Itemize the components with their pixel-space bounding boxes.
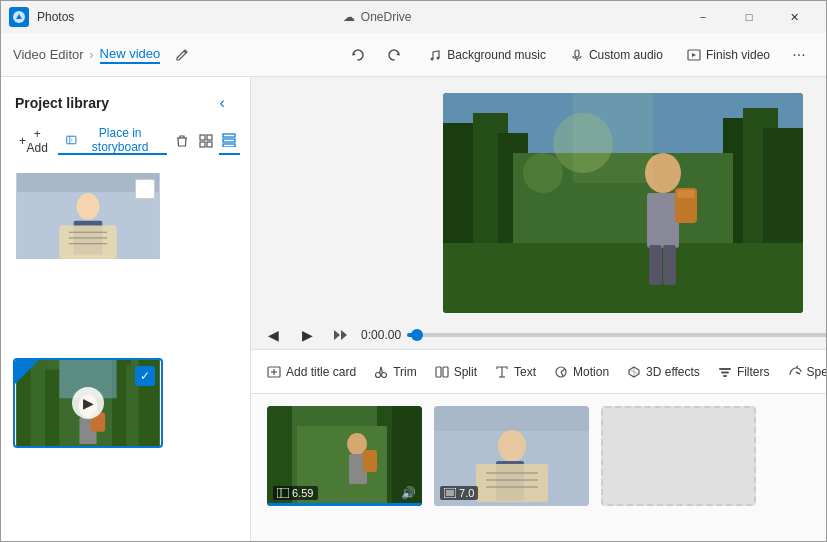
- svg-rect-45: [647, 193, 679, 248]
- speed-button[interactable]: Speed: [780, 356, 827, 388]
- undo-button[interactable]: [342, 39, 374, 71]
- add-media-button[interactable]: + + Add: [11, 127, 56, 155]
- video-preview-area: [251, 77, 827, 321]
- app-title: Photos: [37, 10, 74, 24]
- svg-rect-14: [223, 144, 235, 147]
- svg-rect-52: [573, 93, 653, 183]
- delete-media-button[interactable]: [171, 127, 193, 155]
- app-icon: [9, 7, 29, 27]
- main-toolbar: Video Editor › New video Background musi…: [1, 33, 826, 77]
- motion-label: Motion: [573, 365, 609, 379]
- close-button[interactable]: ✕: [772, 1, 818, 33]
- svg-rect-43: [443, 243, 803, 313]
- svg-rect-85: [277, 488, 289, 498]
- custom-audio-button[interactable]: Custom audio: [560, 40, 673, 70]
- svg-marker-53: [334, 330, 340, 340]
- svg-rect-47: [677, 190, 695, 198]
- left-panel: Project library ‹ + + Add Place in story…: [1, 77, 251, 542]
- bottom-area: Add title card Trim Split Text Motion: [251, 349, 827, 542]
- clip1-duration: 6.59: [273, 486, 317, 500]
- main-layout: Project library ‹ + + Add Place in story…: [1, 77, 826, 542]
- toolbar-more-button[interactable]: ···: [784, 40, 814, 70]
- progress-bar[interactable]: [407, 333, 827, 337]
- svg-rect-27: [45, 369, 59, 445]
- toolbar-actions: Background music Custom audio Finish vid…: [418, 40, 814, 70]
- maximize-button[interactable]: □: [726, 1, 772, 33]
- svg-rect-19: [59, 226, 116, 259]
- minimize-button[interactable]: −: [680, 1, 726, 33]
- media-item-1[interactable]: [13, 171, 163, 261]
- clip2-duration: 7.0: [440, 486, 478, 500]
- svg-rect-62: [436, 367, 441, 377]
- timeline-clip-2[interactable]: 7.0: [434, 406, 589, 506]
- add-icon: +: [19, 134, 26, 148]
- fast-forward-button[interactable]: [327, 321, 355, 349]
- collapse-panel-button[interactable]: ‹: [208, 89, 236, 117]
- trim-label: Trim: [393, 365, 417, 379]
- svg-point-51: [523, 153, 563, 193]
- svg-rect-84: [363, 450, 377, 472]
- svg-rect-10: [200, 142, 205, 147]
- finish-video-button[interactable]: Finish video: [677, 40, 780, 70]
- step-back-button[interactable]: ◀: [259, 321, 287, 349]
- progress-thumb[interactable]: [411, 329, 423, 341]
- redo-button[interactable]: [378, 39, 410, 71]
- edit-title-button[interactable]: [168, 41, 196, 69]
- play-button[interactable]: ▶: [293, 321, 321, 349]
- title-bar: Photos ☁ OneDrive − □ ✕: [1, 1, 826, 33]
- breadcrumb: Video Editor › New video: [13, 46, 160, 64]
- project-library-title: Project library: [15, 95, 109, 111]
- motion-button[interactable]: Motion: [546, 356, 617, 388]
- media-item-2[interactable]: ✓ ▶: [13, 358, 163, 448]
- library-content: ✓ ▶: [1, 163, 250, 542]
- right-panel: ◀ ▶ 0:00.00 0:13.60 ⤢ Add title card: [251, 77, 827, 542]
- breadcrumb-current: New video: [100, 46, 161, 64]
- svg-marker-54: [341, 330, 347, 340]
- text-button[interactable]: Text: [487, 356, 544, 388]
- svg-point-2: [437, 56, 440, 59]
- svg-rect-49: [663, 245, 676, 285]
- svg-line-61: [381, 367, 383, 374]
- view-list-button[interactable]: [219, 127, 241, 155]
- play-overlay[interactable]: ▶: [72, 387, 104, 419]
- svg-rect-69: [719, 368, 731, 370]
- filters-button[interactable]: Filters: [710, 356, 778, 388]
- clip1-audio-icon: 🔊: [401, 486, 416, 500]
- trim-button[interactable]: Trim: [366, 356, 425, 388]
- video-preview: [443, 93, 803, 313]
- add-title-label: Add title card: [286, 365, 356, 379]
- title-bar-left: Photos: [9, 7, 74, 27]
- timeline-empty-slot: [601, 406, 756, 506]
- svg-rect-23: [139, 183, 151, 195]
- svg-point-89: [498, 430, 526, 462]
- onedrive-indicator: ☁ OneDrive: [343, 10, 412, 24]
- thumb-checkbox-2[interactable]: ✓: [135, 366, 155, 386]
- background-music-button[interactable]: Background music: [418, 40, 556, 70]
- custom-audio-label: Custom audio: [589, 48, 663, 62]
- view-grid-button[interactable]: [195, 127, 217, 155]
- svg-rect-96: [446, 490, 454, 496]
- speed-label: Speed: [807, 365, 827, 379]
- library-actions: + + Add Place in storyboard: [1, 125, 250, 163]
- thumb-checkbox-1[interactable]: [135, 179, 155, 199]
- add-title-card-button[interactable]: Add title card: [259, 356, 364, 388]
- current-time: 0:00.00: [361, 328, 401, 342]
- selected-corner: [15, 360, 39, 384]
- svg-rect-91: [476, 464, 548, 502]
- split-button[interactable]: Split: [427, 356, 485, 388]
- svg-point-17: [77, 193, 100, 220]
- place-storyboard-label: Place in storyboard: [81, 126, 159, 154]
- place-storyboard-button[interactable]: Place in storyboard: [58, 127, 167, 155]
- svg-rect-3: [575, 50, 579, 57]
- breadcrumb-parent: Video Editor: [13, 47, 84, 62]
- undo-redo-controls: [342, 39, 410, 71]
- svg-rect-13: [223, 139, 235, 142]
- svg-rect-70: [721, 371, 729, 373]
- svg-rect-8: [200, 135, 205, 140]
- svg-point-1: [431, 57, 434, 60]
- text-label: Text: [514, 365, 536, 379]
- timeline-clip-1[interactable]: 6.59 🔊: [267, 406, 422, 506]
- svg-rect-9: [207, 135, 212, 140]
- svg-rect-48: [649, 245, 662, 285]
- effects-3d-button[interactable]: 3D effects: [619, 356, 708, 388]
